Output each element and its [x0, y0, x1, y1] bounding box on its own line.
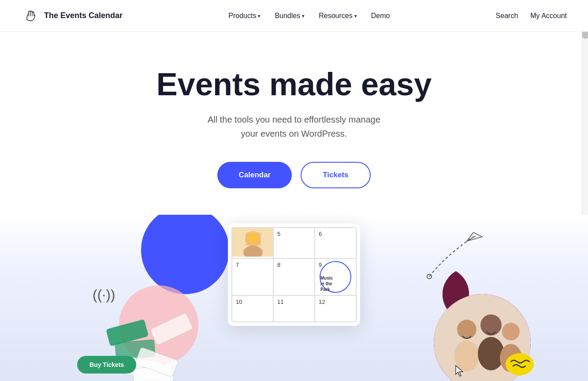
svg-point-18 [457, 320, 476, 339]
cal-cell-5: 5 [273, 228, 315, 258]
wifi-rings-icon: ((·)) [93, 285, 115, 303]
nav-products[interactable]: Products ▾ [228, 12, 261, 20]
hero-title: Events made easy [21, 67, 567, 102]
site-logo[interactable]: The Events Calendar [21, 7, 123, 25]
mouse-cursor-icon [455, 365, 465, 377]
illustration-area: ((·)) Buy Tickets [0, 215, 588, 381]
nav-right: Search My Account [496, 12, 567, 20]
my-account-link[interactable]: My Account [530, 12, 567, 20]
cursor-icon [455, 365, 465, 379]
speech-bubble-icon [504, 352, 535, 378]
cal-cell-4 [232, 228, 273, 258]
svg-point-20 [480, 314, 502, 336]
calendar-button[interactable]: Calendar [217, 162, 292, 188]
cal-cell-6: 6 [315, 228, 356, 258]
hero-section: Events made easy All the tools you need … [0, 32, 588, 188]
svg-rect-8 [150, 313, 193, 345]
products-chevron-icon: ▾ [258, 13, 261, 19]
cal-cell-10: 10 [232, 295, 273, 322]
svg-text:((·)): ((·)) [93, 287, 115, 303]
logo-text: The Events Calendar [44, 11, 123, 20]
search-link[interactable]: Search [496, 12, 518, 20]
navbar: The Events Calendar Products ▾ Bundles ▾… [0, 0, 588, 32]
yellow-speech-bubble [504, 352, 535, 380]
svg-point-21 [478, 337, 504, 370]
nav-demo[interactable]: Demo [371, 12, 390, 20]
blue-circle-decoration [141, 215, 229, 294]
calendar-grid: 5 6 7 8 9 Musicin thePark 10 11 [231, 227, 357, 322]
nav-center: Products ▾ Bundles ▾ Resources ▾ Demo [228, 12, 390, 20]
nav-bundles[interactable]: Bundles ▾ [275, 12, 305, 20]
logo-icon [21, 7, 40, 25]
bundles-chevron-icon: ▾ [302, 13, 305, 19]
nav-resources[interactable]: Resources ▾ [319, 12, 357, 20]
svg-rect-13 [246, 232, 261, 246]
dashed-arc-decoration [425, 228, 487, 281]
cal-cell-12: 12 [315, 295, 356, 322]
calendar-widget: 5 6 7 8 9 Musicin thePark 10 11 [228, 224, 360, 326]
svg-line-16 [467, 236, 476, 241]
svg-point-22 [502, 323, 520, 340]
event-circle [320, 261, 351, 293]
cal-cell-8: 8 [273, 258, 315, 295]
resources-chevron-icon: ▾ [354, 13, 357, 19]
hero-buttons: Calendar Tickets [21, 162, 567, 188]
calendar-image-cell [232, 228, 273, 257]
tickets-button[interactable]: Tickets [301, 162, 370, 188]
cal-cell-7: 7 [232, 258, 273, 295]
buy-tickets-button[interactable]: Buy Tickets [77, 356, 136, 374]
cal-cell-9: 9 Musicin thePark [315, 258, 356, 295]
cal-cell-11: 11 [273, 295, 315, 322]
svg-point-24 [506, 353, 534, 375]
hero-subtitle: All the tools you need to effortlessly m… [21, 112, 567, 141]
